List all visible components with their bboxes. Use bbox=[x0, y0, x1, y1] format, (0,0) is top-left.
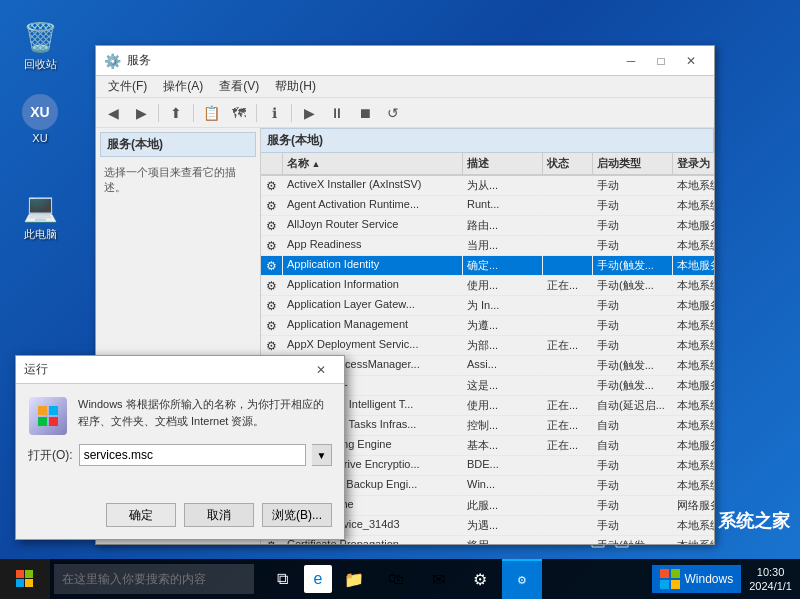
taskbar-search-input[interactable] bbox=[54, 564, 254, 594]
forward-button[interactable]: ▶ bbox=[128, 101, 154, 125]
row-status bbox=[543, 536, 593, 544]
restart-button[interactable]: ↺ bbox=[380, 101, 406, 125]
map-button[interactable]: 🗺 bbox=[226, 101, 252, 125]
computer-icon[interactable]: 💻 此电脑 bbox=[10, 185, 70, 246]
row-status bbox=[543, 236, 593, 255]
toolbar-separator bbox=[158, 104, 159, 122]
row-login: 本地系统 bbox=[673, 176, 714, 195]
row-status bbox=[543, 496, 593, 515]
run-dialog: 运行 ✕ Windows 将根据你所输入的名称，为你打 bbox=[15, 355, 345, 540]
row-icon: ⚙ bbox=[261, 176, 283, 195]
row-status bbox=[543, 376, 593, 395]
up-button[interactable]: ⬆ bbox=[163, 101, 189, 125]
row-login: 本地系统 bbox=[673, 276, 714, 295]
services-icon: ⚙️ bbox=[104, 53, 121, 69]
menu-help[interactable]: 帮助(H) bbox=[267, 76, 324, 97]
row-login: 本地系统 bbox=[673, 356, 714, 375]
show-hide-button[interactable]: 📋 bbox=[198, 101, 224, 125]
run-cancel-button[interactable]: 取消 bbox=[184, 503, 254, 527]
taskbar-time: 10:30 2024/1/1 bbox=[749, 565, 792, 594]
pause-button[interactable]: ⏸ bbox=[324, 101, 350, 125]
row-desc: 这是... bbox=[463, 376, 543, 395]
edge-icon[interactable]: e bbox=[304, 565, 332, 593]
row-startup: 手动 bbox=[593, 456, 673, 475]
table-row[interactable]: ⚙ Application Identity 确定... 手动(触发... 本地… bbox=[261, 256, 714, 276]
toolbar: ◀ ▶ ⬆ 📋 🗺 ℹ ▶ ⏸ ⏹ ↺ bbox=[96, 98, 714, 128]
row-status bbox=[543, 176, 593, 195]
run-titlebar: 运行 ✕ bbox=[16, 356, 344, 384]
row-icon: ⚙ bbox=[261, 316, 283, 335]
table-row[interactable]: ⚙ ActiveX Installer (AxInstSV) 为从... 手动 … bbox=[261, 176, 714, 196]
services-taskbar-icon[interactable]: ⚙ bbox=[502, 559, 542, 599]
svg-rect-2 bbox=[38, 417, 47, 426]
row-desc: 为遇... bbox=[463, 516, 543, 535]
mail-icon[interactable]: ✉ bbox=[418, 559, 458, 599]
row-status bbox=[543, 516, 593, 535]
row-startup: 自动 bbox=[593, 436, 673, 455]
run-content: Windows 将根据你所输入的名称，为你打开相应的程序、文件夹、文档或 Int… bbox=[16, 384, 344, 503]
menu-action[interactable]: 操作(A) bbox=[155, 76, 211, 97]
th-desc[interactable]: 描述 bbox=[463, 153, 543, 174]
task-view-button[interactable]: ⧉ bbox=[262, 559, 302, 599]
table-row[interactable]: ⚙ AppX Deployment Servic... 为部... 正在... … bbox=[261, 336, 714, 356]
th-name[interactable]: 名称 bbox=[283, 153, 463, 174]
row-startup: 手动 bbox=[593, 196, 673, 215]
user-avatar-icon[interactable]: XU XU bbox=[10, 90, 70, 148]
run-dropdown-button[interactable]: ▼ bbox=[312, 444, 332, 466]
row-status bbox=[543, 316, 593, 335]
table-row[interactable]: ⚙ Application Information 使用... 正在... 手动… bbox=[261, 276, 714, 296]
row-status bbox=[543, 256, 593, 275]
run-buttons: 确定 取消 浏览(B)... bbox=[16, 503, 344, 539]
th-startup[interactable]: 启动类型 bbox=[593, 153, 673, 174]
right-panel-header: 服务(本地) bbox=[261, 128, 714, 153]
row-name: AllJoyn Router Service bbox=[283, 216, 463, 235]
th-status[interactable]: 状态 bbox=[543, 153, 593, 174]
close-button[interactable]: ✕ bbox=[676, 51, 706, 71]
run-input[interactable] bbox=[79, 444, 306, 466]
table-row[interactable]: ⚙ AllJoyn Router Service 路由... 手动 本地服务 bbox=[261, 216, 714, 236]
row-status bbox=[543, 296, 593, 315]
start-button[interactable] bbox=[0, 559, 50, 599]
table-row[interactable]: ⚙ Application Management 为遵... 手动 本地系统 bbox=[261, 316, 714, 336]
run-icon-area bbox=[28, 396, 68, 436]
row-name: Agent Activation Runtime... bbox=[283, 196, 463, 215]
run-input-row: 打开(O): ▼ bbox=[28, 444, 332, 466]
table-row[interactable]: ⚙ App Readiness 当用... 手动 本地系统 bbox=[261, 236, 714, 256]
store-icon[interactable]: 🛍 bbox=[376, 559, 416, 599]
info-button[interactable]: ℹ bbox=[261, 101, 287, 125]
menu-view[interactable]: 查看(V) bbox=[211, 76, 267, 97]
row-login: 网络服务 bbox=[673, 496, 714, 515]
windows-logo-icon bbox=[16, 570, 34, 588]
row-login: 本地系统 bbox=[673, 396, 714, 415]
menu-file[interactable]: 文件(F) bbox=[100, 76, 155, 97]
row-desc: 为从... bbox=[463, 176, 543, 195]
th-icon[interactable] bbox=[261, 153, 283, 174]
row-startup: 手动(触发... bbox=[593, 356, 673, 375]
play-button[interactable]: ▶ bbox=[296, 101, 322, 125]
minimize-button[interactable]: ─ bbox=[616, 51, 646, 71]
row-desc: 将用... bbox=[463, 536, 543, 544]
row-desc: Runt... bbox=[463, 196, 543, 215]
run-browse-button[interactable]: 浏览(B)... bbox=[262, 503, 332, 527]
recycle-bin-icon[interactable]: 🗑️ 回收站 bbox=[10, 15, 70, 76]
th-login[interactable]: 登录为 bbox=[673, 153, 714, 174]
row-login: 本地系统 bbox=[673, 516, 714, 535]
win-logo-text: Windows bbox=[684, 572, 733, 586]
row-status: 正在... bbox=[543, 276, 593, 295]
run-close-button[interactable]: ✕ bbox=[306, 360, 336, 380]
settings-icon[interactable]: ⚙ bbox=[460, 559, 500, 599]
run-ok-button[interactable]: 确定 bbox=[106, 503, 176, 527]
taskbar: ⧉ e 📁 🛍 ✉ ⚙ ⚙ Windows 10:30 2 bbox=[0, 559, 800, 599]
table-row[interactable]: ⚙ Application Layer Gatew... 为 In... 手动 … bbox=[261, 296, 714, 316]
row-login: 本地系统 bbox=[673, 536, 714, 544]
table-row[interactable]: ⚙ Agent Activation Runtime... Runt... 手动… bbox=[261, 196, 714, 216]
maximize-button[interactable]: □ bbox=[646, 51, 676, 71]
row-startup: 手动 bbox=[593, 316, 673, 335]
run-input-label: 打开(O): bbox=[28, 447, 73, 464]
back-button[interactable]: ◀ bbox=[100, 101, 126, 125]
window-controls: ─ □ ✕ bbox=[616, 51, 706, 71]
stop-button[interactable]: ⏹ bbox=[352, 101, 378, 125]
explorer-icon[interactable]: 📁 bbox=[334, 559, 374, 599]
toolbar-separator-4 bbox=[291, 104, 292, 122]
win-logo-taskbar: Windows bbox=[652, 565, 741, 593]
